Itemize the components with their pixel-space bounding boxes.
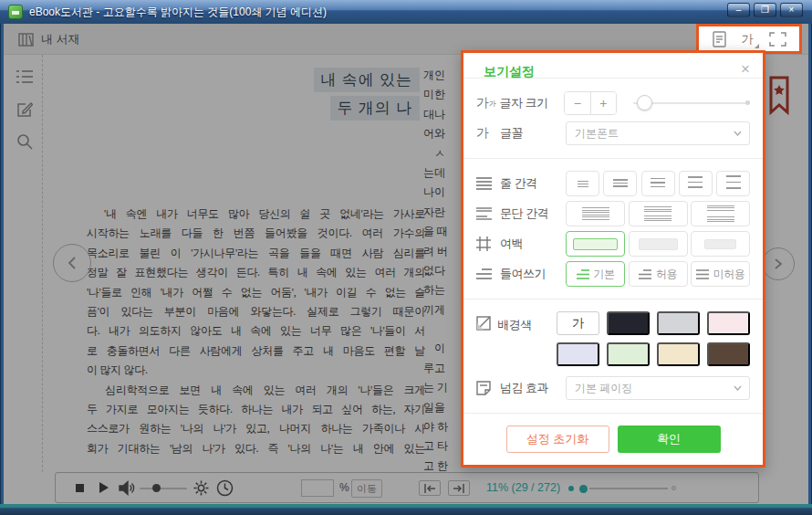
font-size-increase-button[interactable]: + (590, 92, 617, 114)
window-controls: – ❐ × (727, 3, 803, 17)
titlebar: eBook도서관 - 고요할수록 밝아지는 것들(100쇄 기념 에디션) – … (0, 0, 812, 24)
fullscreen-icon[interactable] (769, 32, 786, 47)
font-family-icon: 가 (476, 125, 500, 142)
font-size-controls: − + (564, 91, 750, 115)
window-title: eBook도서관 - 고요할수록 밝아지는 것들(100쇄 기념 에디션) (29, 0, 327, 24)
appearance-section: 배경색 가 넘김 효과 기본 페이징 (463, 300, 763, 413)
line-spacing-label: 줄 간격 (500, 175, 566, 192)
close-icon[interactable]: × (741, 60, 750, 79)
line-spacing-option-3[interactable] (641, 171, 675, 196)
margin-glyph (704, 239, 736, 249)
indent-label: 들여쓰기 (500, 266, 566, 282)
font-settings-glyph: 가 (742, 32, 754, 46)
margin-options (566, 231, 750, 257)
margin-glyph (639, 238, 678, 250)
background-color-row: 배경색 가 (476, 311, 750, 366)
app-logo-icon (8, 5, 23, 19)
indent-option-label: 허용 (656, 267, 677, 282)
page-turn-value: 기본 페이징 (575, 382, 632, 394)
background-color-icon (476, 316, 497, 331)
paragraph-spacing-option-1[interactable] (566, 201, 625, 226)
font-family-controls: 기본폰트 (566, 121, 750, 145)
page-view-icon[interactable] (713, 31, 726, 47)
font-size-row: 가가 글자 크기 − + (476, 90, 750, 116)
chevron-down-icon (734, 131, 742, 136)
background-color-swatches: 가 (557, 311, 750, 366)
background-color-swatch[interactable] (707, 311, 750, 335)
font-size-slider[interactable] (633, 91, 750, 115)
panel-footer: 설정 초기화 확인 (463, 413, 763, 465)
background-color-swatch[interactable] (557, 342, 599, 366)
line-spacing-option-4[interactable] (679, 171, 713, 196)
line-spacing-option-1[interactable] (566, 171, 599, 196)
line-spacing-option-2[interactable] (603, 171, 637, 196)
indent-option-glyph (639, 269, 651, 279)
window-bottom-frame (0, 504, 812, 515)
font-size-stepper: − + (564, 91, 617, 115)
reset-settings-button[interactable]: 설정 초기화 (506, 426, 609, 453)
indent-option-disallow[interactable]: 미허용 (691, 261, 750, 287)
paragraph-spacing-glyph (582, 207, 609, 220)
indent-icon (476, 268, 500, 280)
maximize-button[interactable]: ❐ (754, 3, 776, 17)
font-size-label: 글자 크기 (499, 95, 564, 111)
panel-header: 보기설정 × (463, 53, 763, 79)
background-color-swatch[interactable] (657, 342, 700, 366)
page-turn-select[interactable]: 기본 페이징 (566, 376, 750, 400)
line-spacing-glyph (613, 179, 628, 188)
line-spacing-glyph (651, 178, 665, 190)
line-spacing-glyph (688, 176, 703, 191)
client-area: 내 서재 (4, 24, 808, 504)
background-color-swatch[interactable] (607, 311, 650, 335)
line-spacing-row: 줄 간격 (476, 171, 750, 196)
minimize-button[interactable]: – (727, 3, 750, 17)
paragraph-spacing-glyph (644, 206, 671, 221)
line-spacing-glyph (578, 181, 588, 187)
font-size-slider-handle[interactable] (637, 95, 652, 110)
font-settings-icon[interactable]: 가 (742, 31, 754, 47)
line-spacing-option-5[interactable] (716, 171, 750, 196)
app-window: eBook도서관 - 고요할수록 밝아지는 것들(100쇄 기념 에디션) – … (0, 0, 812, 515)
paragraph-spacing-row: 문단 간격 (476, 201, 750, 226)
font-family-value: 기본폰트 (575, 127, 619, 140)
page-turn-icon (476, 381, 500, 395)
font-settings-arrow (755, 44, 759, 48)
indent-option-glyph (696, 269, 709, 279)
line-spacing-glyph (726, 175, 741, 193)
indent-row: 들여쓰기 기본 허용 미허용 (476, 261, 750, 287)
font-family-select[interactable]: 기본폰트 (566, 121, 750, 145)
paragraph-spacing-option-3[interactable] (691, 201, 750, 226)
background-color-swatch[interactable] (707, 342, 750, 366)
margin-option-2[interactable] (629, 231, 688, 257)
font-section: 가가 글자 크기 − + (463, 79, 763, 159)
paragraph-spacing-options (566, 201, 750, 226)
font-family-label: 글꼴 (500, 125, 566, 142)
indent-option-glyph (577, 269, 589, 279)
background-color-controls: 가 (557, 311, 750, 366)
indent-option-label: 미허용 (713, 267, 745, 282)
margin-icon (476, 236, 500, 251)
background-color-swatch[interactable]: 가 (557, 311, 599, 335)
margin-option-3[interactable] (691, 231, 750, 257)
indent-option-label: 기본 (594, 267, 615, 282)
chevron-down-icon (734, 385, 742, 391)
confirm-button[interactable]: 확인 (618, 426, 721, 453)
font-family-row: 가 글꼴 기본폰트 (476, 121, 750, 146)
page-turn-row: 넘김 효과 기본 페이징 (476, 375, 750, 401)
font-size-decrease-button[interactable]: − (565, 92, 590, 114)
margin-row: 여백 (476, 231, 750, 257)
background-color-label: 배경색 (497, 317, 557, 333)
margin-option-1-selected[interactable] (566, 231, 625, 257)
background-color-swatch[interactable] (657, 311, 700, 335)
margin-label: 여백 (500, 236, 566, 252)
panel-title: 보기설정 (484, 64, 535, 80)
background-color-swatch[interactable] (607, 342, 650, 366)
close-window-button[interactable]: × (780, 3, 803, 17)
font-size-slider-end-dot (745, 100, 750, 105)
indent-option-allow[interactable]: 허용 (629, 261, 688, 287)
font-size-icon: 가가 (476, 95, 499, 111)
paragraph-spacing-icon (476, 207, 500, 220)
indent-option-default-selected[interactable]: 기본 (566, 261, 625, 287)
paragraph-spacing-option-2[interactable] (629, 201, 688, 226)
font-size-glyph: 가 (476, 95, 489, 111)
